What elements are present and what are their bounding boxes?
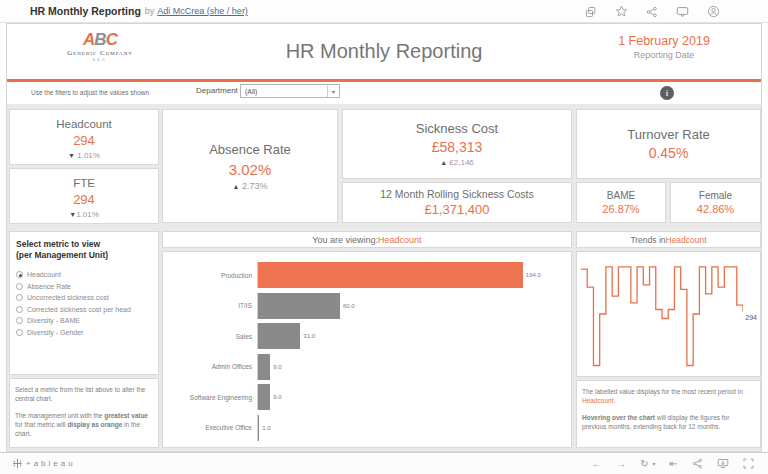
kpi-value: 294	[10, 133, 158, 148]
author-link[interactable]: Adi McCrea (she / her)	[157, 6, 248, 16]
metric-option-label: Diversity - BAME	[27, 317, 80, 324]
bar-category-label: Sales	[165, 333, 257, 340]
bar[interactable]	[258, 262, 523, 288]
copy-icon[interactable]	[585, 6, 597, 18]
favorite-star-icon[interactable]	[615, 5, 628, 18]
revert-icon[interactable]: ⇤	[670, 459, 678, 469]
fte-card[interactable]: FTE 294 ▼1.01%	[9, 168, 159, 224]
radio-icon[interactable]	[16, 283, 23, 290]
download-icon[interactable]	[717, 458, 729, 469]
dashboard-header: ABC Generic Company LLC HR Monthly Repor…	[7, 24, 761, 79]
comments-icon[interactable]	[676, 6, 689, 18]
bar-row-it-is[interactable]: IT/IS60.0	[165, 291, 565, 322]
kpi-value: 42.86%	[671, 203, 760, 215]
filter-hint-text: Use the filters to adjust the values sho…	[31, 89, 149, 96]
bar[interactable]	[258, 293, 340, 319]
bar-value-label: 1.0	[262, 425, 270, 431]
refresh-caret-icon[interactable]: ▾	[653, 459, 656, 469]
radio-icon[interactable]	[16, 306, 23, 313]
kpi-label: Turnover Rate	[577, 127, 760, 142]
current-metric-name: Headcount	[378, 235, 422, 245]
sickness-cost-card[interactable]: Sickness Cost £58,313 ▲ £2,146	[342, 109, 572, 179]
bar-row-production[interactable]: Production194.0	[165, 260, 565, 291]
radio-selected-icon[interactable]	[16, 271, 23, 278]
bame-card[interactable]: BAME 26.87%	[576, 182, 666, 223]
up-arrow-icon: ▲	[440, 159, 447, 166]
bar[interactable]	[258, 354, 270, 380]
metric-option-diversity-gender[interactable]: Diversity - Gender	[16, 329, 152, 336]
down-arrow-icon: ▼	[68, 152, 75, 159]
radio-icon[interactable]	[16, 329, 23, 336]
metric-option-corrected-sickness-cost-per-head[interactable]: Corrected sickness cost per head	[16, 306, 152, 313]
kpi-delta: ▼1.01%	[10, 210, 158, 219]
trend-last-value-label: 294	[745, 314, 757, 321]
bar[interactable]	[258, 384, 270, 410]
bar-value-label: 31.0	[303, 333, 315, 339]
share-icon[interactable]	[692, 458, 703, 469]
bar-value-label: 9.0	[273, 394, 281, 400]
browser-topbar: HR Monthly Reporting by Adi McCrea (she …	[0, 0, 768, 23]
metric-option-label: Headcount	[27, 271, 61, 278]
metric-selector-title: Select metric to view (per Management Un…	[16, 239, 152, 261]
kpi-value: £1,371,400	[343, 202, 571, 217]
trend-step-line	[581, 258, 743, 370]
metric-option-headcount[interactable]: Headcount	[16, 271, 152, 278]
bar-chart: Production194.0IT/IS60.0Sales31.0Admin O…	[162, 251, 572, 448]
absence-rate-card[interactable]: Absence Rate 3.02% ▲ 2.73%	[162, 109, 338, 223]
metric-option-diversity-bame[interactable]: Diversity - BAME	[16, 317, 152, 324]
bar-row-executive-office[interactable]: Executive Office1.0	[165, 413, 565, 444]
bar-row-admin-offices[interactable]: Admin Offices9.0	[165, 352, 565, 383]
metric-option-label: Absence Rate	[27, 283, 71, 290]
bar[interactable]	[258, 323, 300, 349]
metric-option-label: Diversity - Gender	[27, 329, 83, 336]
info-icon[interactable]: i	[660, 86, 674, 100]
kpi-delta: ▲ 2.73%	[163, 181, 337, 191]
bar-value-label: 60.0	[343, 303, 355, 309]
trend-help-note-2: Hovering over the chart will display the…	[582, 413, 755, 431]
metric-help-note-1: Select a metric from the list above to a…	[15, 385, 153, 403]
metric-option-uncorrected-sickness-cost[interactable]: Uncorrected sickness cost	[16, 294, 152, 301]
share-icon[interactable]	[646, 6, 658, 18]
trend-line-chart[interactable]: 294	[576, 251, 761, 377]
up-arrow-icon: ▲	[233, 183, 240, 190]
kpi-label: Absence Rate	[163, 142, 337, 157]
metric-help-note-2: The management unit with the greatest va…	[15, 411, 153, 438]
bar-row-sales[interactable]: Sales31.0	[165, 321, 565, 352]
turnover-rate-card[interactable]: Turnover Rate 0.45%	[576, 109, 761, 179]
bar-track: 9.0	[257, 384, 565, 410]
bar-category-label: Executive Office	[165, 424, 257, 431]
dashboard: ABC Generic Company LLC HR Monthly Repor…	[6, 23, 762, 452]
bar-category-label: Software Engineering	[165, 394, 257, 401]
byline: by	[145, 6, 155, 16]
fullscreen-icon[interactable]	[743, 458, 754, 469]
bar-track: 60.0	[257, 293, 565, 319]
redo-icon[interactable]: →	[616, 459, 626, 469]
bar-row-software-engineering[interactable]: Software Engineering9.0	[165, 382, 565, 413]
department-dropdown-value: (All)	[241, 88, 327, 95]
kpi-value: 294	[10, 192, 158, 207]
refresh-icon[interactable]: ↻	[640, 459, 648, 469]
rolling-sickness-card[interactable]: 12 Month Rolling Sickness Costs £1,371,4…	[342, 182, 572, 223]
kpi-label: Sickness Cost	[343, 121, 571, 136]
account-icon[interactable]	[707, 5, 720, 18]
metric-option-absence-rate[interactable]: Absence Rate	[16, 283, 152, 290]
metric-selector-panel: Select metric to view (per Management Un…	[9, 231, 159, 375]
department-dropdown[interactable]: (All) ▾	[240, 84, 340, 98]
trend-chart-title: Trends in Headcount	[576, 231, 761, 248]
bar-category-label: Admin Offices	[165, 363, 257, 370]
metric-option-label: Uncorrected sickness cost	[27, 294, 109, 301]
radio-icon[interactable]	[16, 294, 23, 301]
bar-category-label: IT/IS	[165, 302, 257, 309]
kpi-label: 12 Month Rolling Sickness Costs	[343, 188, 571, 200]
female-card[interactable]: Female 42.86%	[670, 182, 761, 223]
radio-icon[interactable]	[16, 317, 23, 324]
tableau-logo[interactable]: +ableau	[12, 458, 76, 469]
reporting-date-label: Reporting Date	[579, 50, 749, 60]
bar[interactable]	[258, 415, 259, 441]
kpi-label: FTE	[10, 177, 158, 189]
metric-option-label: Corrected sickness cost per head	[27, 306, 131, 313]
undo-icon[interactable]: ←	[592, 459, 602, 469]
kpi-label: BAME	[577, 190, 665, 201]
headcount-card[interactable]: Headcount 294 ▼ 1.01%	[9, 109, 159, 165]
bar-track: 194.0	[257, 262, 565, 288]
